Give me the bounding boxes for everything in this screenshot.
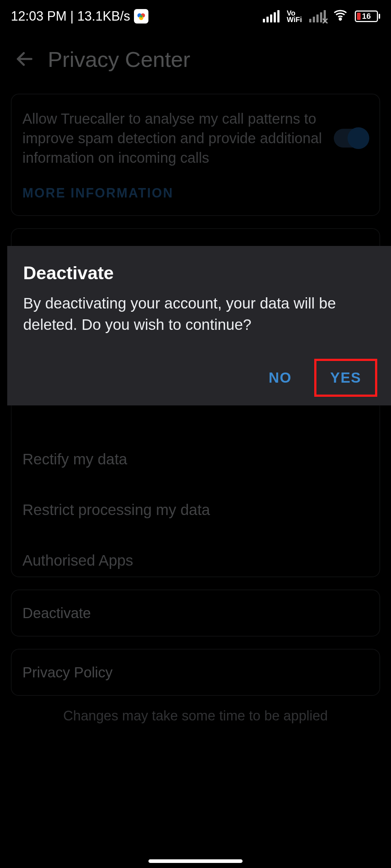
card-deactivate[interactable]: Deactivate: [11, 590, 380, 637]
dialog-no-button[interactable]: NO: [255, 361, 306, 395]
wifi-icon: [333, 8, 348, 25]
dialog-yes-button[interactable]: YES: [316, 361, 375, 395]
authorised-apps-item[interactable]: Authorised Apps: [22, 535, 369, 576]
svg-point-6: [339, 18, 341, 20]
rectify-data-item[interactable]: Rectify my data: [22, 434, 369, 485]
analyse-description: Allow Truecaller to analyse my call patt…: [22, 109, 327, 167]
card-privacy-policy[interactable]: Privacy Policy: [11, 649, 380, 696]
dialog-title: Deactivate: [23, 263, 375, 284]
deactivate-label: Deactivate: [22, 603, 369, 623]
privacy-policy-label: Privacy Policy: [22, 663, 369, 682]
status-app-icon: [134, 9, 148, 24]
signal-sim2-icon: [309, 10, 326, 22]
status-net-speed: 13.1KB/s: [77, 9, 130, 24]
svg-point-3: [140, 15, 142, 18]
top-bar: Privacy Center: [0, 33, 391, 94]
card-analyse-calls: Allow Truecaller to analyse my call patt…: [11, 94, 380, 216]
dialog-body: By deactivating your account, your data …: [23, 293, 375, 336]
status-separator: |: [70, 9, 73, 24]
vowifi-icon: Vo WiFi: [287, 10, 302, 23]
status-bar-right: Vo WiFi 16: [263, 8, 380, 25]
dialog-actions: NO YES: [23, 361, 375, 395]
privacy-center-screen: Privacy Center Allow Truecaller to analy…: [0, 33, 391, 868]
page-title: Privacy Center: [48, 47, 190, 72]
more-information-link[interactable]: MORE INFORMATION: [22, 186, 369, 201]
status-bar: 12:03 PM | 13.1KB/s Vo WiFi 16: [0, 0, 391, 33]
restrict-processing-item[interactable]: Restrict processing my data: [22, 485, 369, 535]
signal-sim1-icon: [263, 10, 279, 22]
status-bar-left: 12:03 PM | 13.1KB/s: [11, 9, 148, 24]
battery-level: 16: [362, 12, 371, 21]
battery-icon: 16: [355, 10, 380, 22]
deactivate-dialog: Deactivate By deactivating your account,…: [7, 246, 391, 405]
back-button[interactable]: [14, 49, 35, 71]
home-indicator[interactable]: [148, 859, 243, 863]
footer-note: Changes may take some time to be applied: [0, 708, 391, 724]
status-time: 12:03 PM: [11, 9, 67, 24]
analyse-toggle[interactable]: [334, 129, 369, 148]
